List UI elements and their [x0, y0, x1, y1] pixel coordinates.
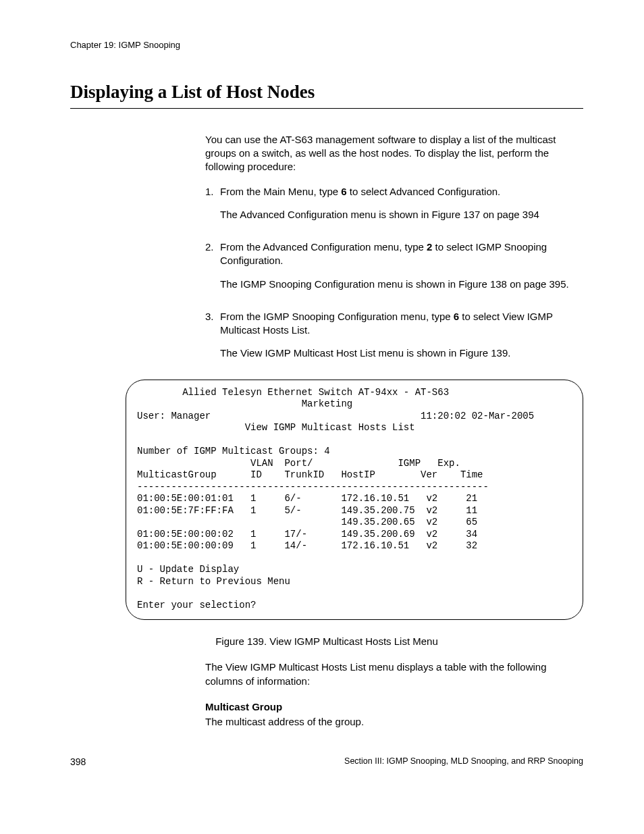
term-option-u: U - Update Display [137, 564, 239, 575]
page-number: 398 [70, 756, 86, 768]
step-pre: From the IGMP Snooping Configuration men… [220, 311, 454, 322]
term-option-r: R - Return to Previous Menu [137, 576, 290, 587]
step-post: to select Advanced Configuration. [347, 186, 501, 197]
step-number: 3. [205, 310, 220, 370]
step-text: From the Advanced Configuration menu, ty… [220, 240, 583, 268]
term-prompt: Enter your selection? [137, 600, 256, 610]
content-body: You can use the AT-S63 management softwa… [205, 133, 583, 370]
section-title: Displaying a List of Host Nodes [70, 80, 583, 109]
term-count: Number of IGMP Multicast Groups: 4 [137, 446, 330, 457]
term-hdr1: VLAN Port/ IGMP Exp. [137, 458, 460, 469]
footer-section: Section III: IGMP Snooping, MLD Snooping… [344, 756, 583, 768]
step-2: 2. From the Advanced Configuration menu,… [205, 240, 583, 301]
term-sep: ----------------------------------------… [137, 481, 489, 492]
after-figure-paragraph: The View IGMP Multicast Hosts List menu … [205, 660, 583, 688]
intro-paragraph: You can use the AT-S63 management softwa… [205, 133, 583, 174]
term-row: 149.35.200.65 v2 65 [137, 517, 477, 527]
term-row: 01:00:5E:00:01:01 1 6/- 172.16.10.51 v2 … [137, 493, 477, 504]
step-text: From the Main Menu, type 6 to select Adv… [220, 185, 583, 199]
term-user-line: User: Manager 11:20:02 02-Mar-2005 [137, 411, 534, 421]
step-after: The IGMP Snooping Configuration menu is … [220, 278, 583, 291]
step-number: 2. [205, 240, 220, 301]
step-text: From the IGMP Snooping Configuration men… [220, 310, 583, 338]
after-figure-body: The View IGMP Multicast Hosts List menu … [205, 660, 583, 729]
term-row: 01:00:5E:00:00:09 1 14/- 172.16.10.51 v2… [137, 540, 477, 551]
step-1: 1. From the Main Menu, type 6 to select … [205, 185, 583, 232]
step-bold: 6 [454, 311, 459, 322]
step-after: The Advanced Configuration menu is shown… [220, 208, 583, 221]
figure-caption: Figure 139. View IGMP Multicast Hosts Li… [70, 635, 583, 648]
term-row: 01:00:5E:7F:FF:FA 1 5/- 149.35.200.75 v2… [137, 505, 477, 516]
chapter-header: Chapter 19: IGMP Snooping [70, 39, 583, 51]
step-number: 1. [205, 185, 220, 232]
step-3: 3. From the IGMP Snooping Configuration … [205, 310, 583, 370]
step-pre: From the Advanced Configuration menu, ty… [220, 241, 427, 253]
term-hdr2: MulticastGroup ID TrunkID HostIP Ver Tim… [137, 469, 483, 480]
step-bold: 6 [341, 186, 346, 197]
terminal-frame: Allied Telesyn Ethernet Switch AT-94xx -… [126, 380, 583, 621]
step-after: The View IGMP Multicast Host List menu i… [220, 346, 583, 360]
definition-desc: The multicast address of the group. [205, 715, 583, 729]
terminal-screen: Allied Telesyn Ethernet Switch AT-94xx -… [126, 380, 583, 621]
definition-term: Multicast Group [205, 700, 583, 714]
term-row: 01:00:5E:00:00:02 1 17/- 149.35.200.69 v… [137, 529, 477, 540]
term-title: Allied Telesyn Ethernet Switch AT-94xx -… [137, 387, 449, 398]
term-subtitle: Marketing [137, 398, 352, 409]
step-pre: From the Main Menu, type [220, 186, 341, 197]
term-menu-title: View IGMP Multicast Hosts List [137, 422, 415, 433]
page-footer: 398 Section III: IGMP Snooping, MLD Snoo… [70, 756, 583, 768]
